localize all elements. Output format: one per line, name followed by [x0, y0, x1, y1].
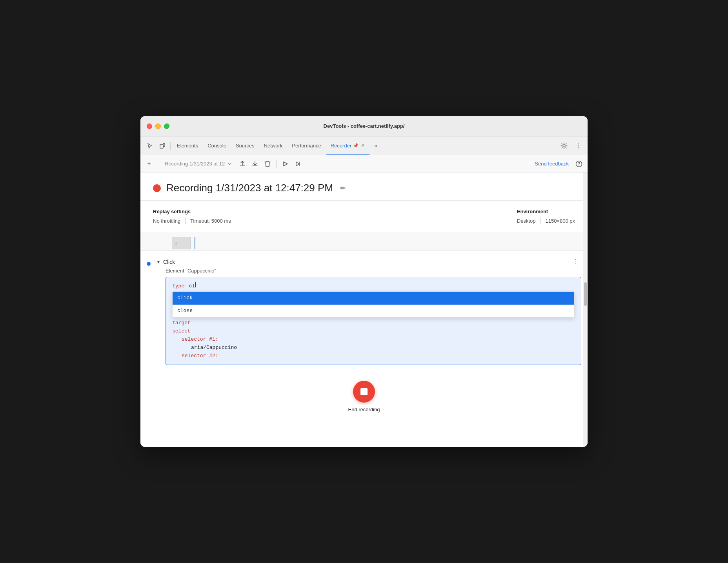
screenshot-thumb-1: |||	[172, 237, 191, 249]
more-options-button[interactable]	[572, 140, 584, 152]
tab-divider-1	[170, 142, 171, 150]
tab-sources[interactable]: Sources	[231, 136, 259, 155]
replay-icon	[282, 160, 289, 167]
scrollbar-track[interactable]	[583, 173, 588, 447]
code-line-selector1: selector #1:	[172, 336, 575, 344]
main-content: Recording 1/31/2023 at 12:47:29 PM ✏ Rep…	[140, 173, 588, 447]
help-button[interactable]	[573, 158, 584, 169]
replay-button[interactable]	[280, 158, 291, 169]
code-line-select: select	[172, 327, 575, 336]
settings-button[interactable]	[558, 140, 570, 152]
end-recording-button[interactable]	[353, 381, 375, 403]
step-name: Click	[163, 259, 175, 265]
type-value: cl	[189, 282, 195, 291]
environment-label: Environment	[517, 209, 575, 214]
replay-settings-values: No throttling Timeout: 5000 ms	[153, 218, 231, 224]
send-feedback-button[interactable]: Send feedback	[531, 159, 572, 168]
toolbar-divider-1	[158, 160, 158, 168]
chevron-down-icon	[227, 162, 232, 166]
close-button[interactable]	[147, 123, 152, 129]
recording-header: Recording 1/31/2023 at 12:47:29 PM ✏	[140, 173, 588, 201]
svg-point-2	[578, 143, 579, 144]
recorder-pin-icon: 📌	[353, 143, 359, 148]
tab-more[interactable]: »	[369, 136, 382, 155]
autocomplete-item-close[interactable]: close	[173, 305, 574, 318]
svg-point-3	[578, 145, 579, 146]
devtools-body: Recording 1/31/2023 at 12:47:29 PM ✏ Rep…	[140, 173, 588, 447]
replay-settings-section: Replay settings No throttling Timeout: 5…	[140, 201, 588, 232]
env-type-value: Desktop	[517, 218, 536, 224]
selector2-key: selector #2:	[182, 352, 218, 360]
export-button[interactable]	[237, 158, 248, 169]
devtools-right-icons	[558, 140, 584, 152]
code-line-target: target	[172, 319, 575, 327]
devtools-window: DevTools - coffee-cart.netlify.app/ Elem…	[140, 116, 588, 447]
stop-icon	[360, 388, 368, 395]
autocomplete-dropdown: click close	[172, 291, 575, 318]
selector-value: aria/Cappuccino	[191, 344, 237, 352]
import-button[interactable]	[249, 158, 260, 169]
tab-close-button[interactable]: ✕	[361, 143, 365, 148]
env-settings-divider	[540, 218, 541, 224]
step-content: ▼ Click ⋮ Element "Cappuccino" type: cl	[156, 257, 581, 365]
tab-recorder[interactable]: Recorder 📌 ✕	[326, 136, 369, 155]
code-editor[interactable]: type: cl click	[166, 277, 581, 365]
recording-title: Recording 1/31/2023 at 12:47:29 PM	[166, 182, 333, 194]
import-icon	[251, 160, 258, 167]
scrollbar-thumb[interactable]	[584, 282, 587, 306]
toolbar-divider-2	[276, 160, 277, 168]
device-toggle-button[interactable]	[156, 140, 169, 152]
delete-button[interactable]	[262, 158, 273, 169]
env-size-value: 1150×800 px	[545, 218, 575, 224]
recorder-toolbar: + Recording 1/31/2023 at 12	[140, 155, 588, 173]
titlebar: DevTools - coffee-cart.netlify.app/	[140, 116, 588, 136]
settings-divider	[185, 218, 186, 224]
cursor-tool-button[interactable]	[144, 140, 156, 152]
step-bullet	[147, 262, 151, 266]
selector-key: selector #1:	[182, 336, 218, 344]
tab-console[interactable]: Console	[203, 136, 231, 155]
step-header: ▼ Click ⋮	[156, 257, 581, 266]
type-key: type:	[172, 282, 187, 291]
window-title: DevTools - coffee-cart.netlify.app/	[324, 123, 405, 129]
end-recording-label: End recording	[348, 407, 380, 412]
environment-values: Desktop 1150×800 px	[517, 218, 575, 224]
export-icon	[239, 160, 246, 167]
step-icon	[294, 160, 301, 167]
devtools-tabs-bar: Elements Console Sources Network Perform…	[140, 136, 588, 155]
code-line-selector2: selector #2:	[172, 352, 575, 360]
timeline-indicator	[195, 237, 195, 249]
screenshot-strip: |||	[140, 232, 588, 251]
delete-icon	[264, 160, 271, 167]
svg-text:|||: |||	[175, 242, 177, 245]
step-row: ▼ Click ⋮ Element "Cappuccino" type: cl	[147, 254, 581, 368]
target-key: target	[172, 319, 191, 327]
end-recording-area: End recording	[140, 371, 588, 419]
autocomplete-container: click close	[172, 291, 575, 318]
step-replay-button[interactable]	[292, 158, 303, 169]
replay-settings-label: Replay settings	[153, 209, 231, 214]
code-line-type: type: cl	[172, 282, 575, 291]
svg-point-4	[578, 147, 579, 148]
svg-rect-0	[160, 144, 163, 148]
maximize-button[interactable]	[164, 123, 169, 129]
minimize-button[interactable]	[155, 123, 161, 129]
step-more-button[interactable]: ⋮	[570, 257, 581, 266]
tab-performance[interactable]: Performance	[287, 136, 326, 155]
timeout-value: Timeout: 5000 ms	[190, 218, 231, 224]
autocomplete-item-click[interactable]: click	[173, 292, 574, 305]
add-recording-button[interactable]: +	[144, 158, 155, 169]
steps-area: ▼ Click ⋮ Element "Cappuccino" type: cl	[140, 251, 588, 371]
code-line-selector-value: aria/Cappuccino	[172, 344, 575, 352]
replay-settings-group: Replay settings No throttling Timeout: 5…	[153, 209, 231, 224]
tab-network[interactable]: Network	[259, 136, 288, 155]
edit-title-button[interactable]: ✏	[340, 184, 346, 193]
environment-group: Environment Desktop 1150×800 px	[517, 209, 575, 224]
select-key: select	[172, 327, 191, 336]
tab-elements[interactable]: Elements	[172, 136, 203, 155]
recording-indicator	[153, 184, 161, 192]
step-expand-button[interactable]: ▼	[156, 259, 161, 265]
recording-selector[interactable]: Recording 1/31/2023 at 12	[161, 159, 235, 169]
throttling-value: No throttling	[153, 218, 180, 224]
traffic-lights	[147, 123, 169, 129]
